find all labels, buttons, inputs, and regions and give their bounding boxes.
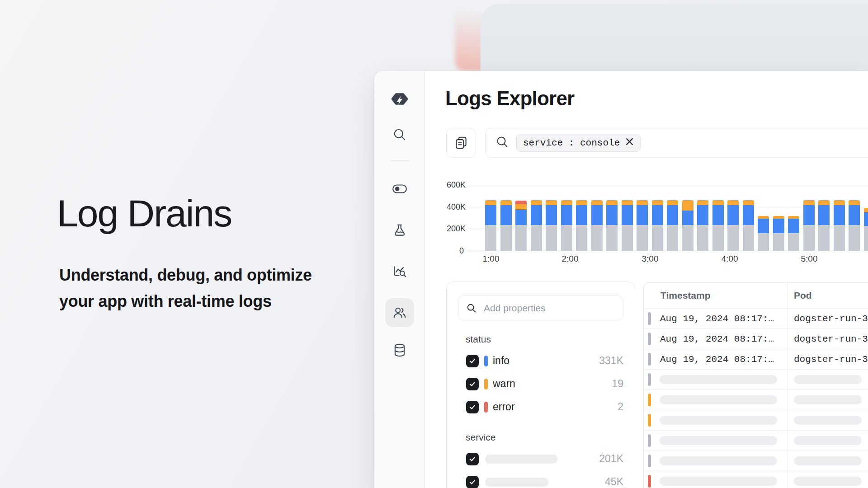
checkbox[interactable]	[466, 401, 479, 413]
bar-segment-warn	[697, 200, 708, 205]
checkbox[interactable]	[466, 453, 479, 465]
remove-filter-icon[interactable]	[625, 137, 634, 149]
bar-segment-warn	[500, 200, 512, 205]
bar-segment-warn	[758, 216, 769, 219]
checkbox[interactable]	[466, 476, 479, 488]
skeleton-timestamp	[660, 477, 777, 486]
timestamp-cell: Aug 19, 2024 08:17:…	[660, 309, 774, 328]
bar-segment-base	[758, 233, 769, 251]
bar-segment-warn	[773, 216, 784, 219]
chart-bar	[712, 200, 724, 251]
chart-bar	[743, 200, 754, 251]
bar-segment-info	[622, 205, 633, 225]
chart-bar	[682, 200, 693, 251]
column-header-timestamp: Timestamp	[660, 283, 711, 308]
bar-segment-info	[652, 205, 663, 225]
log-row[interactable]: Aug 19, 2024 08:17:…dogster-run-3	[644, 329, 868, 349]
property-row[interactable]: 201K	[458, 447, 623, 470]
bar-segment-warn	[546, 200, 557, 205]
bar-segment-info	[834, 205, 845, 225]
log-search-bar[interactable]: service : console	[485, 128, 868, 158]
property-row[interactable]: info331K	[458, 349, 623, 372]
row-status-pill	[648, 414, 651, 427]
logs-explorer-window: Logs Explorer service : console 0200K400…	[374, 71, 868, 488]
column-header-pod: Pod	[794, 283, 812, 308]
log-row[interactable]	[644, 390, 868, 410]
bar-segment-info	[758, 219, 769, 233]
y-tick-label: 200K	[447, 224, 464, 234]
bar-segment-warn	[531, 200, 542, 205]
bar-segment-info	[697, 205, 708, 225]
log-row[interactable]	[644, 451, 868, 471]
bar-segment-warn	[485, 200, 496, 205]
bar-segment-info	[712, 205, 724, 225]
sidebar-item-users[interactable]	[385, 298, 414, 327]
add-properties-field[interactable]	[458, 296, 623, 320]
bar-segment-warn	[591, 200, 603, 205]
bar-segment-base	[576, 225, 587, 251]
app-logo-icon	[389, 90, 410, 111]
sidebar-item-search[interactable]	[385, 120, 414, 149]
bar-segment-warn	[727, 200, 739, 205]
checkbox[interactable]	[466, 355, 479, 367]
skeleton-pod	[794, 436, 862, 445]
log-row[interactable]: Aug 19, 2024 08:17:…dogster-run-3	[644, 309, 868, 329]
hero-title: Log Drains	[57, 192, 231, 234]
chart-bar	[864, 208, 868, 251]
bar-segment-base	[667, 225, 678, 251]
chart-y-axis: 0200K400K600K	[447, 181, 464, 251]
log-row[interactable]	[644, 431, 868, 451]
property-row[interactable]: error2	[458, 395, 623, 418]
sidebar-item-database[interactable]	[385, 336, 414, 365]
bar-segment-base	[697, 225, 708, 251]
add-properties-input[interactable]	[484, 296, 623, 320]
bar-segment-info	[818, 205, 830, 225]
property-row[interactable]: warn19	[458, 372, 623, 395]
copy-docs-icon	[453, 135, 469, 150]
timestamp-cell: Aug 19, 2024 08:17:…	[660, 349, 774, 369]
chart-bar	[667, 200, 678, 251]
docs-button[interactable]	[446, 128, 476, 158]
row-status-pill	[648, 434, 651, 447]
search-icon	[392, 127, 407, 142]
filter-chip[interactable]: service : console	[516, 134, 641, 152]
sidebar-item-feature-toggle[interactable]	[385, 174, 414, 203]
chart-bar	[485, 200, 496, 251]
bar-segment-base	[773, 233, 784, 251]
skeleton-timestamp	[660, 395, 777, 404]
bar-segment-info	[743, 205, 754, 225]
skeleton-pod	[794, 395, 862, 404]
bar-segment-error	[515, 201, 527, 204]
bar-segment-base	[515, 225, 527, 251]
skeleton-timestamp	[660, 375, 777, 384]
bar-segment-info	[667, 205, 678, 225]
bar-segment-info	[773, 219, 784, 233]
skeleton-timestamp	[660, 436, 777, 445]
property-count: 19	[612, 378, 623, 390]
checkbox[interactable]	[466, 378, 479, 390]
bar-segment-base	[606, 225, 618, 251]
decorative-glow	[455, 12, 483, 71]
log-row[interactable]: Aug 19, 2024 08:17:…dogster-run-3	[644, 349, 868, 370]
bar-segment-warn	[834, 200, 845, 205]
bar-segment-info	[576, 205, 587, 225]
bar-segment-base	[803, 225, 815, 251]
log-row[interactable]	[644, 370, 868, 390]
bar-segment-info	[682, 211, 693, 225]
log-row[interactable]	[644, 410, 868, 431]
bar-segment-base	[727, 225, 739, 251]
log-row[interactable]	[644, 471, 868, 488]
x-tick-label: 1:00	[483, 254, 500, 264]
chart-bar	[697, 200, 708, 251]
bar-segment-base	[712, 225, 724, 251]
sidebar-item-experiments[interactable]	[385, 216, 414, 245]
sidebar-item-logs-analytics[interactable]	[385, 257, 414, 286]
bar-segment-base	[485, 225, 496, 251]
status-color-pill	[484, 402, 488, 413]
y-tick-label: 0	[447, 246, 464, 256]
property-row[interactable]: 45K	[458, 470, 623, 488]
bar-segment-warn	[849, 200, 860, 205]
bar-segment-base	[818, 225, 830, 251]
x-tick-label: 3:00	[642, 254, 659, 264]
bar-segment-base	[637, 225, 648, 251]
